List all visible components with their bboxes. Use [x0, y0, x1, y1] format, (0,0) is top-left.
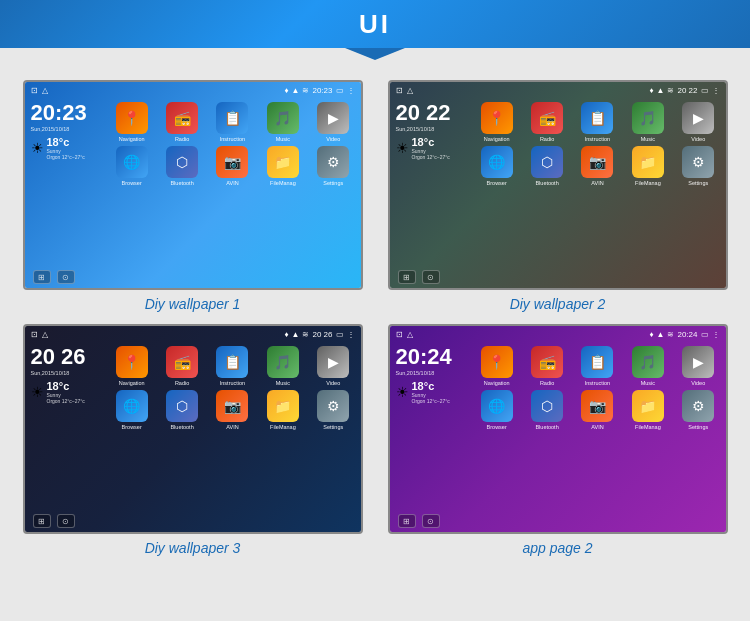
app-item[interactable]: ⚙ Settings [311, 146, 355, 186]
app-item[interactable]: 🎵 Music [626, 346, 670, 386]
app-item[interactable]: 📻 Radio [525, 102, 569, 142]
app-item[interactable]: 📁 FileManag [626, 146, 670, 186]
app-item[interactable]: 📋 Instruction [575, 346, 619, 386]
screen-card-wallpaper2: ⊡ △ ♦ ▲ ≋ 20 22 ▭ ⋮ 20 22 Sun, [375, 74, 740, 318]
app-item[interactable]: ⬡ Bluetooth [525, 146, 569, 186]
screen-card-apppage2: ⊡ △ ♦ ▲ ≋ 20:24 ▭ ⋮ 20:24 Sun, [375, 318, 740, 562]
app-row-1: 📍 Navigation 📻 Radio 📋 Instruction 🎵 Mus… [472, 102, 724, 142]
app-label: Instruction [220, 380, 245, 386]
screen-card-wallpaper1: ⊡ △ ♦ ▲ ≋ 20:23 ▭ ⋮ 20:23 Sun, [10, 74, 375, 318]
app-item[interactable]: ▶ Video [311, 102, 355, 142]
status-left: ⊡ △ [396, 330, 413, 339]
app-item[interactable]: ⚙ Settings [676, 390, 720, 430]
header: UI [0, 0, 750, 48]
dock-btn-1[interactable]: ⊞ [398, 514, 416, 528]
app-item[interactable]: 🌐 Browser [110, 390, 154, 430]
time-display: 20 26 [312, 330, 332, 339]
location-icon: ♦ [649, 330, 653, 339]
app-item[interactable]: ⬡ Bluetooth [525, 390, 569, 430]
app-item[interactable]: 🌐 Browser [475, 390, 519, 430]
status-left: ⊡ △ [31, 330, 48, 339]
status-right: ♦ ▲ ≋ 20 22 ▭ ⋮ [649, 86, 719, 95]
app-item[interactable]: ⬡ Bluetooth [160, 390, 204, 430]
app-item[interactable]: 🎵 Music [626, 102, 670, 142]
signal-icon: ▲ [292, 86, 300, 95]
dock-btn-2[interactable]: ⊙ [422, 270, 440, 284]
app-row-2: 🌐 Browser ⬡ Bluetooth 📷 AVIN 📁 FileManag… [107, 390, 359, 430]
app-item[interactable]: ▶ Video [676, 102, 720, 142]
app-icon-video: ▶ [317, 102, 349, 134]
app-item[interactable]: 🎵 Music [261, 102, 305, 142]
location-icon: ♦ [284, 330, 288, 339]
app-item[interactable]: ⚙ Settings [676, 146, 720, 186]
app-item[interactable]: 🌐 Browser [475, 146, 519, 186]
app-item[interactable]: 🌐 Browser [110, 146, 154, 186]
app-item[interactable]: 📷 AVIN [575, 146, 619, 186]
status-bar: ⊡ △ ♦ ▲ ≋ 20 22 ▭ ⋮ [390, 82, 726, 98]
app-item[interactable]: 📍 Navigation [110, 102, 154, 142]
weather-temp: 18°c [47, 136, 85, 148]
app-item[interactable]: 📷 AVIN [575, 390, 619, 430]
app-item[interactable]: 📁 FileManag [261, 146, 305, 186]
app-item[interactable]: 📷 AVIN [210, 390, 254, 430]
app-item[interactable]: 📍 Navigation [475, 346, 519, 386]
clock-date: Sun,2015/10/18 [31, 126, 99, 132]
app-item[interactable]: 📻 Radio [160, 346, 204, 386]
main-area: 20 22 Sun,2015/10/18 ☀ 18°c Sunny Orgon … [390, 98, 726, 266]
app-icon-music: 🎵 [632, 102, 664, 134]
status-bar: ⊡ △ ♦ ▲ ≋ 20 26 ▭ ⋮ [25, 326, 361, 342]
screen-frame-wallpaper1: ⊡ △ ♦ ▲ ≋ 20:23 ▭ ⋮ 20:23 Sun, [23, 80, 363, 290]
dock-btn-2[interactable]: ⊙ [57, 514, 75, 528]
app-item[interactable]: 📋 Instruction [575, 102, 619, 142]
app-icon-navigation: 📍 [481, 346, 513, 378]
app-icon-settings: ⚙ [317, 390, 349, 422]
app-row-2: 🌐 Browser ⬡ Bluetooth 📷 AVIN 📁 FileManag… [472, 390, 724, 430]
app-row-2: 🌐 Browser ⬡ Bluetooth 📷 AVIN 📁 FileManag… [107, 146, 359, 186]
weather-temp: 18°c [412, 380, 450, 392]
app-item[interactable]: ▶ Video [311, 346, 355, 386]
app-icon-radio: 📻 [166, 102, 198, 134]
app-item[interactable]: 📷 AVIN [210, 146, 254, 186]
app-item[interactable]: 📁 FileManag [261, 390, 305, 430]
weather-area: ☀ 18°c Sunny Orgon 12°c~27°c [396, 380, 464, 404]
clock-time: 20 26 [31, 346, 99, 368]
app-icon-avin: 📷 [216, 390, 248, 422]
clock-date: Sun,2015/10/18 [31, 370, 99, 376]
app-item[interactable]: 📋 Instruction [210, 102, 254, 142]
app-label: Music [641, 136, 655, 142]
clock-time: 20:23 [31, 102, 99, 124]
header-title: UI [359, 9, 391, 40]
weather-info: 18°c Sunny Orgon 12°c~27°c [47, 380, 85, 404]
dock-btn-1[interactable]: ⊞ [33, 270, 51, 284]
app-item[interactable]: 🎵 Music [261, 346, 305, 386]
weather-info: 18°c Sunny Orgon 12°c~27°c [47, 136, 85, 160]
weather-icon: ☀ [31, 140, 44, 156]
app-item[interactable]: ⬡ Bluetooth [160, 146, 204, 186]
dock-btn-2[interactable]: ⊙ [57, 270, 75, 284]
bottom-dock: ⊞ ⊙ [25, 266, 361, 288]
app-label: FileManag [270, 424, 296, 430]
app-item[interactable]: ▶ Video [676, 346, 720, 386]
weather-temp: 18°c [47, 380, 85, 392]
app-label: Video [691, 380, 705, 386]
app-item[interactable]: 📻 Radio [160, 102, 204, 142]
app-label: AVIN [226, 180, 238, 186]
weather-range: Orgon 12°c~27°c [47, 398, 85, 404]
app-item[interactable]: 📍 Navigation [475, 102, 519, 142]
android-screen: ⊡ △ ♦ ▲ ≋ 20 22 ▭ ⋮ 20 22 Sun, [390, 82, 726, 288]
app-icon-music: 🎵 [632, 346, 664, 378]
weather-info: 18°c Sunny Orgon 12°c~27°c [412, 380, 450, 404]
dock-btn-1[interactable]: ⊞ [398, 270, 416, 284]
dock-btn-2[interactable]: ⊙ [422, 514, 440, 528]
dock-btn-1[interactable]: ⊞ [33, 514, 51, 528]
app-icon-instruction: 📋 [216, 346, 248, 378]
screen-caption-wallpaper1: Diy wallpaper 1 [145, 296, 241, 312]
app-item[interactable]: 📻 Radio [525, 346, 569, 386]
app-item[interactable]: 📁 FileManag [626, 390, 670, 430]
app-item[interactable]: 📋 Instruction [210, 346, 254, 386]
app-item[interactable]: 📍 Navigation [110, 346, 154, 386]
bottom-dock: ⊞ ⊙ [25, 510, 361, 532]
app-icon-bluetooth: ⬡ [166, 390, 198, 422]
app-item[interactable]: ⚙ Settings [311, 390, 355, 430]
weather-temp: 18°c [412, 136, 450, 148]
